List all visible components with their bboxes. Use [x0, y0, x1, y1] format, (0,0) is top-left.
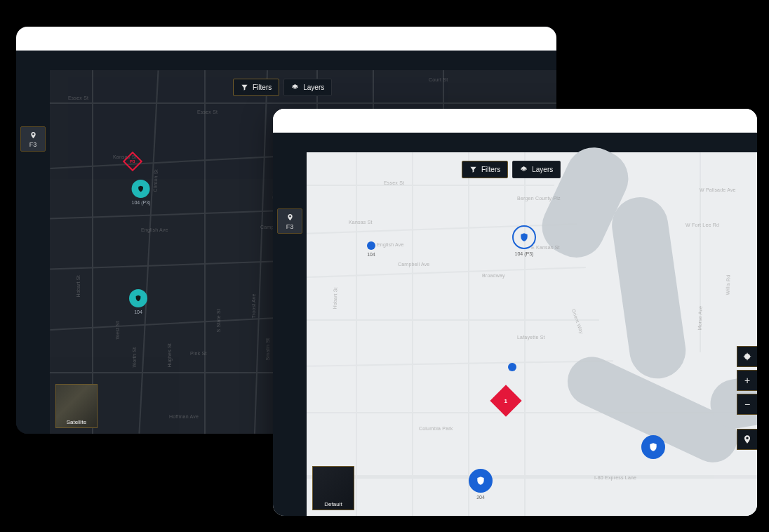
app-header — [16, 51, 556, 70]
map-pin-icon — [286, 213, 294, 221]
marker-unit-shield[interactable]: 204 — [469, 469, 493, 500]
left-sidebar: F3 — [16, 70, 50, 434]
marker-unit-104[interactable]: 104 — [129, 289, 147, 314]
marker-unit-shield[interactable] — [641, 435, 665, 459]
map-window-light: F3 Essex St Kansas St Engl — [273, 109, 757, 516]
layers-label: Layers — [303, 84, 324, 91]
zoom-out-button[interactable]: − — [737, 394, 757, 415]
layers-label: Layers — [532, 166, 553, 173]
layers-icon — [520, 166, 528, 173]
layers-icon — [291, 84, 299, 91]
marker-unit-dot[interactable] — [508, 363, 516, 371]
window-titlebar — [16, 27, 556, 51]
locate-button[interactable] — [737, 346, 757, 367]
map-canvas-light[interactable]: Essex St Kansas St English Ave Campbell … — [307, 152, 757, 516]
layers-button[interactable]: Layers — [512, 161, 561, 178]
pin-tool-f3[interactable]: F3 — [277, 208, 302, 234]
shield-icon — [648, 442, 658, 452]
map-toolbar: Filters Layers — [233, 79, 332, 96]
shield-icon — [138, 185, 145, 192]
marker-unit-dot[interactable]: 104 — [367, 241, 375, 257]
map-toolbar: Filters Layers — [462, 161, 561, 178]
map-pin-icon — [742, 434, 752, 444]
pin-tool-key: F3 — [278, 223, 302, 230]
pin-tool-key: F3 — [21, 141, 45, 148]
window-titlebar — [273, 109, 757, 133]
layers-button[interactable]: Layers — [283, 79, 332, 96]
filters-label: Filters — [481, 166, 500, 173]
shield-icon — [135, 295, 142, 302]
zoom-in-button[interactable]: + — [737, 370, 757, 391]
basemap-switcher-satellite[interactable]: Satellite — [55, 384, 98, 428]
pin-tool-f3[interactable]: F3 — [20, 126, 46, 152]
marker-unit-104p3[interactable]: 104 (P3) — [132, 180, 151, 205]
app-header — [273, 133, 757, 152]
shield-icon — [519, 232, 529, 242]
filters-button[interactable]: Filters — [233, 79, 279, 96]
crosshair-icon — [742, 352, 752, 361]
filters-button[interactable]: Filters — [462, 161, 508, 178]
street-labels: Essex St Kansas St English Ave Campbell … — [307, 152, 757, 516]
pin-mode-button[interactable] — [737, 429, 757, 450]
left-sidebar: F3 — [273, 152, 307, 516]
basemap-switcher-default[interactable]: Default — [312, 466, 354, 510]
map-pin-icon — [29, 131, 37, 139]
filters-label: Filters — [253, 84, 272, 91]
filter-icon — [241, 84, 248, 91]
filter-icon — [469, 166, 477, 173]
shield-icon — [476, 476, 486, 486]
marker-unit-shield-outline[interactable]: 104 (P3) — [512, 225, 536, 256]
map-edge-controls: + − — [737, 346, 757, 450]
